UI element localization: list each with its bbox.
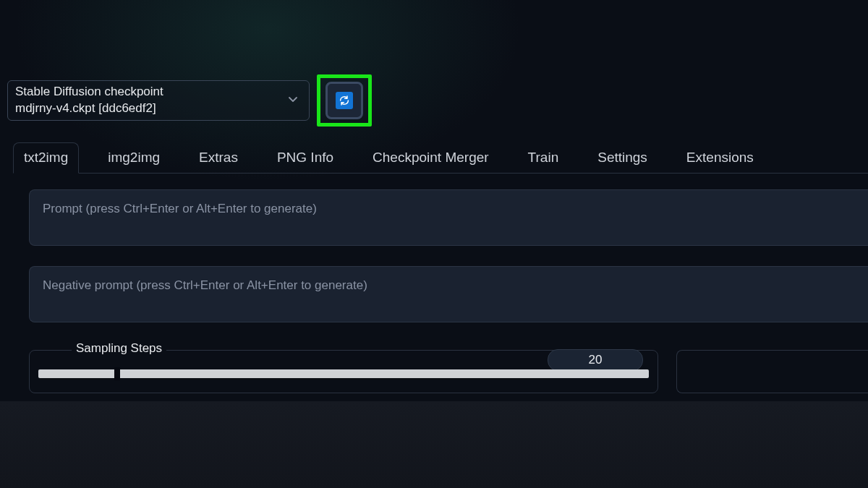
tab-extensions[interactable]: Extensions (676, 143, 764, 173)
tab-train[interactable]: Train (518, 143, 569, 173)
tab-img2img[interactable]: img2img (98, 143, 170, 173)
checkpoint-label: Stable Diffusion checkpoint (15, 84, 299, 100)
right-side-panel (676, 350, 868, 393)
tab-settings[interactable]: Settings (587, 143, 658, 173)
tab-png-info[interactable]: PNG Info (267, 143, 344, 173)
checkpoint-row: Stable Diffusion checkpoint mdjrny-v4.ck… (7, 80, 372, 132)
sampling-steps-value[interactable]: 20 (548, 349, 643, 371)
negative-prompt-placeholder: Negative prompt (press Ctrl+Enter or Alt… (43, 278, 367, 292)
main-tabs: txt2img img2img Extras PNG Info Checkpoi… (13, 140, 868, 174)
sampling-steps-slider[interactable] (38, 369, 649, 378)
tab-checkpoint-merger[interactable]: Checkpoint Merger (362, 143, 499, 173)
refresh-icon (336, 92, 353, 109)
prompt-placeholder: Prompt (press Ctrl+Enter or Alt+Enter to… (43, 202, 317, 215)
checkpoint-value: mdjrny-v4.ckpt [ddc6edf2] (15, 100, 299, 117)
bottom-gradient (0, 401, 868, 488)
refresh-checkpoints-button[interactable] (326, 82, 363, 119)
sampling-steps-label: Sampling Steps (72, 341, 166, 356)
checkpoint-dropdown[interactable]: Stable Diffusion checkpoint mdjrny-v4.ck… (7, 80, 310, 121)
slider-thumb[interactable] (114, 367, 120, 380)
negative-prompt-input[interactable]: Negative prompt (press Ctrl+Enter or Alt… (29, 266, 868, 322)
refresh-highlight-box (317, 74, 372, 127)
tab-extras[interactable]: Extras (189, 143, 248, 173)
tab-txt2img[interactable]: txt2img (13, 142, 79, 174)
sampling-steps-group: Sampling Steps 20 (29, 350, 658, 393)
chevron-down-icon (287, 93, 299, 108)
prompt-input[interactable]: Prompt (press Ctrl+Enter or Alt+Enter to… (29, 189, 868, 246)
